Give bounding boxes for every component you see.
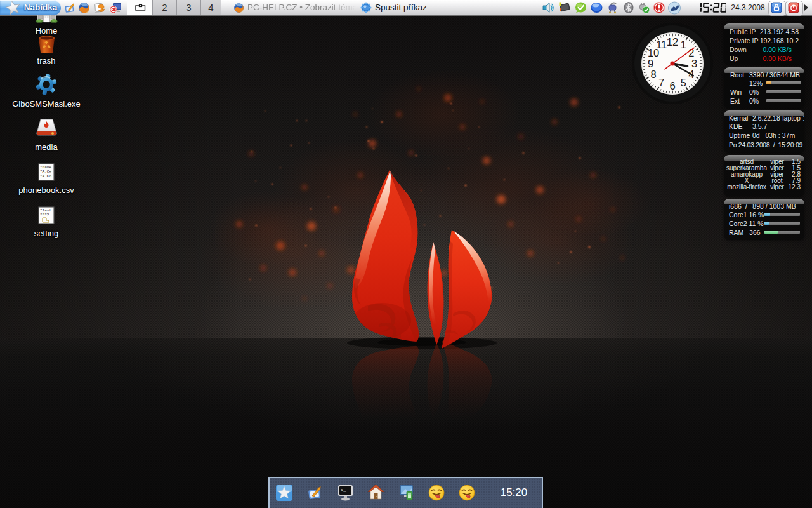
svg-text:>_: >_: [341, 488, 346, 493]
svg-text:3: 3: [691, 58, 697, 69]
svg-text:"""?: """?: [40, 213, 49, 217]
svg-text:7: 7: [658, 77, 664, 88]
svg-text:"A.Ce: "A.Ce: [40, 170, 51, 174]
svg-text:11: 11: [656, 39, 667, 50]
svg-text:6: 6: [669, 80, 675, 91]
svg-text:1: 1: [681, 39, 686, 50]
svg-text:9: 9: [648, 58, 653, 69]
svg-text:12: 12: [667, 36, 678, 48]
svg-text:"last: "last: [40, 208, 51, 213]
svg-text:8: 8: [651, 69, 657, 80]
svg-text:"A.Ko: "A.Ko: [40, 174, 51, 178]
svg-text:"name: "name: [40, 165, 51, 170]
svg-text:5: 5: [681, 77, 686, 88]
